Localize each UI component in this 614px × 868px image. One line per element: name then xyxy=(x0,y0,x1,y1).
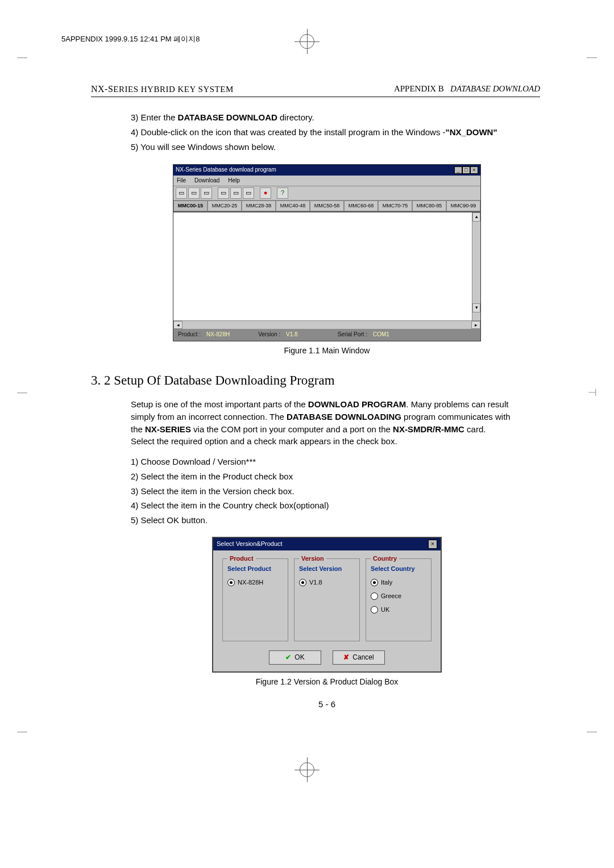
para-bold: DATABASE DOWNLOADING xyxy=(287,412,401,422)
cancel-button[interactable]: ✘ Cancel xyxy=(333,650,385,665)
tab-mmc40-48[interactable]: MMC40-48 xyxy=(276,201,310,211)
status-bar: Product : NX-828H Version : V1.8 Serial … xyxy=(173,329,480,341)
crop-mark: — xyxy=(587,725,597,737)
radio-icon[interactable] xyxy=(299,579,306,586)
menu-file[interactable]: File xyxy=(177,177,186,183)
step-num: 3) xyxy=(131,112,138,122)
para-bold: NX-SMDR/R-MMC xyxy=(393,424,464,434)
country-group: Country Select Country Italy Greece UK xyxy=(366,558,432,641)
dialog-title: Select Version&Product xyxy=(217,540,283,549)
radio-icon[interactable] xyxy=(371,606,378,614)
window-titlebar: NX-Series Database download program _□× xyxy=(173,165,480,176)
radio-icon[interactable] xyxy=(371,592,378,600)
running-head-right: APPENDIX B DATABASE DOWNLOAD xyxy=(394,84,540,94)
step-bold: "NX_DOWN" xyxy=(446,127,497,137)
menu-bar: File Download Help xyxy=(173,176,480,187)
toolbar-btn-1[interactable]: ▭ xyxy=(176,187,187,199)
scroll-track[interactable] xyxy=(182,321,471,329)
country-legend: Country xyxy=(371,554,399,564)
crop-mark: — xyxy=(17,725,27,737)
step-text: You will see Windows shown below. xyxy=(138,142,276,152)
content-block: 3) Enter the DATABASE DOWNLOAD directory… xyxy=(131,111,523,356)
scroll-right-icon[interactable]: ▸ xyxy=(471,321,480,329)
horizontal-scrollbar[interactable]: ◂ ▸ xyxy=(173,320,480,329)
cancel-label: Cancel xyxy=(352,653,374,662)
radio-label: Italy xyxy=(381,578,392,587)
setup-step-1: 1) Choose Download / Version*** xyxy=(131,456,523,468)
register-mark-bottom xyxy=(300,762,314,777)
page-number: 5 - 6 xyxy=(131,698,523,711)
tab-mmc28-38[interactable]: MMC28-38 xyxy=(242,201,276,211)
product-legend: Product xyxy=(227,554,256,564)
setup-step-3: 3) Select the item in the Version check … xyxy=(131,485,523,498)
x-icon: ✘ xyxy=(343,653,349,662)
step-num: 4) xyxy=(131,127,138,137)
running-head: NX-SERIES HYBRID KEY SYSTEM APPENDIX B D… xyxy=(91,84,540,97)
window-control-buttons: _□× xyxy=(454,166,478,174)
head-appendix: APPENDIX B xyxy=(394,84,444,93)
tab-mmc50-58[interactable]: MMC50-58 xyxy=(310,201,344,211)
toolbar-btn-5[interactable]: ▭ xyxy=(230,187,242,199)
stop-icon[interactable]: ● xyxy=(260,187,271,199)
main-window: NX-Series Database download program _□× … xyxy=(173,164,481,341)
radio-label: V1.8 xyxy=(309,578,322,587)
toolbar-btn-6[interactable]: ▭ xyxy=(243,187,254,199)
tab-mmc70-75[interactable]: MMC70-75 xyxy=(378,201,412,211)
version-legend: Version xyxy=(299,554,326,564)
product-option[interactable]: NX-828H xyxy=(227,578,283,587)
close-icon[interactable]: × xyxy=(428,540,437,549)
setup-step-4: 4) Select the item in the Country check … xyxy=(131,499,523,512)
running-head-left: NX-SERIES HYBRID KEY SYSTEM xyxy=(91,84,234,94)
menu-help[interactable]: Help xyxy=(228,177,240,183)
tab-mmc20-25[interactable]: MMC20-25 xyxy=(208,201,242,211)
country-option-uk[interactable]: UK xyxy=(371,606,426,615)
para-text: via the COM port in your computer and a … xyxy=(191,424,393,434)
country-option-italy[interactable]: Italy xyxy=(371,578,426,587)
radio-label: NX-828H xyxy=(238,578,263,587)
version-sub: Select Version xyxy=(299,565,355,574)
setup-step-2: 2) Select the item in the Product check … xyxy=(131,470,523,483)
step-bold: DATABASE DOWNLOAD xyxy=(178,112,277,122)
close-icon[interactable]: × xyxy=(470,166,478,174)
step-4: 4) Double-click on the icon that was cre… xyxy=(131,126,523,139)
maximize-icon[interactable]: □ xyxy=(462,166,470,174)
tab-bar: MMC00-15 MMC20-25 MMC28-38 MMC40-48 MMC5… xyxy=(173,201,480,212)
section-heading: 3. 2 Setup Of Database Downloading Progr… xyxy=(91,373,557,388)
version-product-dialog: Select Version&Product × Product Select … xyxy=(212,537,442,673)
tab-mmc00-15[interactable]: MMC00-15 xyxy=(173,201,208,211)
check-icon: ✔ xyxy=(285,653,291,662)
tab-mmc80-85[interactable]: MMC80-85 xyxy=(412,201,446,211)
toolbar-btn-3[interactable]: ▭ xyxy=(201,187,212,199)
scroll-up-icon[interactable]: ▴ xyxy=(472,212,480,222)
para-text: Setup is one of the most important parts… xyxy=(131,399,308,409)
crop-mark: — xyxy=(587,51,597,63)
menu-download[interactable]: Download xyxy=(194,177,219,183)
crop-mark: — xyxy=(17,386,27,398)
toolbar-btn-4[interactable]: ▭ xyxy=(218,187,229,199)
step-post: directory. xyxy=(277,112,314,122)
ok-button[interactable]: ✔ OK xyxy=(269,650,321,665)
status-version-value: V1.8 xyxy=(286,331,298,339)
status-port-value: COM1 xyxy=(373,331,389,339)
tab-mmc60-68[interactable]: MMC60-68 xyxy=(344,201,378,211)
tab-mmc90-99[interactable]: MMC90-99 xyxy=(446,201,480,211)
product-group: Product Select Product NX-828H xyxy=(222,558,288,641)
scroll-down-icon[interactable]: ▾ xyxy=(472,303,480,312)
help-icon[interactable]: ? xyxy=(277,187,288,199)
step-num: 5) xyxy=(131,142,138,152)
scroll-left-icon[interactable]: ◂ xyxy=(173,321,182,329)
minimize-icon[interactable]: _ xyxy=(454,166,462,174)
status-version-label: Version : xyxy=(258,331,280,339)
radio-icon[interactable] xyxy=(371,579,378,586)
radio-label: UK xyxy=(381,606,389,615)
step-text: Enter the xyxy=(138,112,177,122)
window-title: NX-Series Database download program xyxy=(176,166,276,174)
version-option[interactable]: V1.8 xyxy=(299,578,355,587)
head-section: DATABASE DOWNLOAD xyxy=(450,84,540,93)
register-mark-top xyxy=(300,34,314,49)
country-option-greece[interactable]: Greece xyxy=(371,592,426,601)
radio-icon[interactable] xyxy=(227,579,235,586)
vertical-scrollbar[interactable]: ▴ ▾ xyxy=(472,212,480,320)
setup-paragraph: Setup is one of the most important parts… xyxy=(131,398,523,435)
toolbar-btn-2[interactable]: ▭ xyxy=(188,187,200,199)
